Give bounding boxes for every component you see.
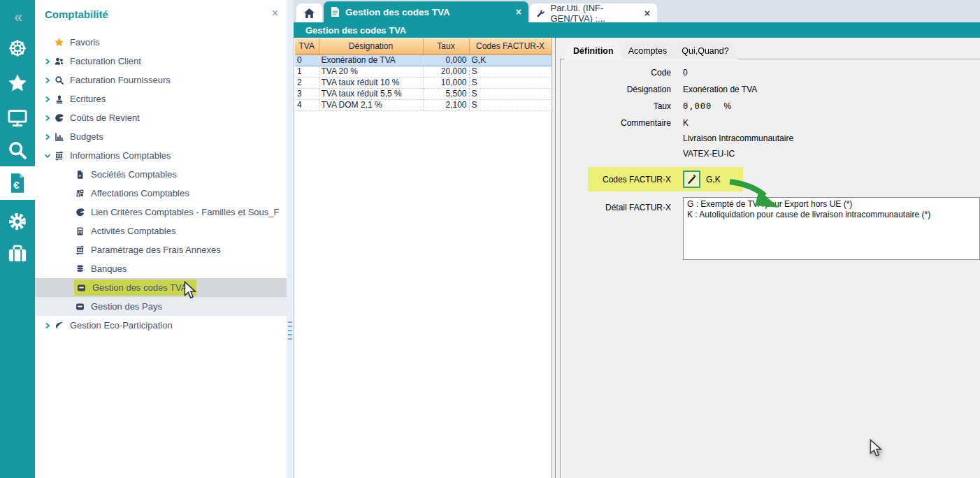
monitor-icon — [7, 108, 28, 128]
table-row[interactable]: 3 TVA taux réduit 5,5 % 5,500 S — [295, 88, 552, 99]
tab-home[interactable] — [296, 3, 322, 22]
search-icon — [53, 75, 65, 85]
taux-value-wrap: 0,000 % — [671, 100, 980, 111]
table-row[interactable]: 1 TVA 20 % 20,000 S — [295, 66, 552, 77]
sidebar-item-couts-de-revient[interactable]: Coûts de Revient — [35, 108, 287, 127]
cell-tva: 4 — [295, 99, 319, 110]
sidebar-item-banques[interactable]: Banques — [35, 259, 287, 278]
tab-par-uti[interactable]: Par.Uti. (INF-GEN/TVA) :... × — [530, 3, 657, 22]
cell-codes: S — [469, 77, 552, 88]
favorites-rail-button[interactable] — [0, 67, 35, 99]
gear-icon — [7, 211, 28, 232]
tab-close-icon[interactable]: × — [516, 6, 521, 17]
tab-label: Gestion des codes TVA — [345, 7, 450, 17]
taux-label: Taux — [561, 100, 671, 111]
leaf-icon — [53, 321, 65, 331]
cell-designation: TVA taux réduit 10 % — [319, 77, 423, 88]
collapse-panel-button[interactable]: « — [0, 1, 35, 34]
definition-form: Code 0 Désignation Exonération de TVA Ta… — [561, 66, 980, 260]
search-rail-button[interactable] — [0, 134, 35, 166]
chevron-right-icon[interactable] — [42, 133, 53, 140]
search-icon — [7, 140, 28, 161]
calculator-icon — [74, 226, 86, 236]
chevron-right-icon[interactable] — [42, 77, 53, 84]
sidebar-item-lien-criteres-comptables[interactable]: Lien Critères Comptables - Familles et S… — [35, 203, 287, 222]
bar-chart-icon — [53, 132, 65, 142]
cell-designation: Exonération de TVA — [319, 55, 423, 66]
tva-list-region: TVA Désignation Taux Codes FACTUR-X 0 Ex… — [294, 38, 552, 478]
code-label: Code — [561, 66, 671, 78]
field-designation: Désignation Exonération de TVA — [561, 83, 980, 100]
star-icon — [7, 73, 28, 94]
accounting-rail-button[interactable]: € — [0, 166, 35, 200]
chevron-right-icon[interactable] — [42, 322, 53, 329]
sidebar-item-favoris[interactable]: Favoris — [35, 33, 287, 52]
sidebar-item-ecritures[interactable]: Ecritures — [35, 89, 287, 108]
tab-gestion-codes-tva[interactable]: Gestion des codes TVA × — [324, 1, 528, 22]
sidebar-item-activites-comptables[interactable]: Activités Comptables — [35, 222, 287, 240]
invoice-euro-icon: € — [8, 172, 27, 194]
codes-facturx-label: Codes FACTUR-X — [589, 175, 671, 184]
monitor-button[interactable] — [0, 102, 35, 134]
commentaire-label: Commentaire — [561, 117, 671, 128]
chevron-right-icon[interactable] — [42, 58, 53, 65]
tab-acomptes[interactable]: Acomptes — [619, 42, 677, 59]
codes-facturx-picker-button[interactable] — [683, 171, 700, 188]
sidebar-item-facturation-client[interactable]: Facturation Client — [35, 52, 287, 71]
chevron-right-icon[interactable] — [42, 96, 53, 103]
cell-tva: 1 — [295, 66, 319, 77]
pie-chart-icon — [74, 208, 86, 217]
table-row[interactable]: 2 TVA taux réduit 10 % 10,000 S — [295, 77, 552, 88]
taux-value: 0,000 — [683, 101, 712, 111]
column-header-codes-facturx[interactable]: Codes FACTUR-X — [469, 38, 552, 55]
sidebar-item-label: Ecritures — [70, 94, 106, 104]
content: TVA Désignation Taux Codes FACTUR-X 0 Ex… — [294, 38, 980, 478]
sidebar-item-label: Banques — [91, 263, 127, 274]
column-header-taux[interactable]: Taux — [423, 38, 469, 55]
sidebar-item-label: Paramétrage des Frais Annexes — [91, 245, 221, 255]
codes-facturx-value: G,K — [706, 175, 721, 184]
helm-button[interactable] — [0, 32, 35, 64]
sidebar-item-gestion-eco-participation[interactable]: Gestion Eco-Participation — [35, 316, 287, 335]
sidebar-item-label: Informations Comptables — [70, 150, 171, 161]
home-icon — [303, 8, 315, 19]
sidebar-item-affectations-comptables[interactable]: Affectations Comptables — [35, 184, 287, 203]
cell-tva: 2 — [295, 77, 319, 88]
tab-bar: Gestion des codes TVA × Par.Uti. (INF-GE… — [294, 0, 980, 22]
commentaire-line: Livraison Intracommunautaire — [683, 133, 980, 149]
sidebar-close-button[interactable]: × — [272, 7, 278, 20]
table-row[interactable]: 0 Exonération de TVA 0,000 G,K — [295, 55, 552, 66]
sidebar-item-facturation-fournisseurs[interactable]: Facturation Fournisseurs — [35, 71, 287, 89]
sidebar-item-gestion-des-pays[interactable]: Gestion des Pays — [35, 297, 287, 316]
page-title: Gestion des codes TVA — [294, 22, 980, 38]
helm-icon — [8, 38, 27, 58]
sidebar-item-societes-comptables[interactable]: é Sociétés Comptables — [35, 165, 287, 184]
table-header-row: TVA Désignation Taux Codes FACTUR-X — [295, 38, 552, 55]
briefcase-rail-button[interactable] — [0, 238, 35, 270]
tab-qui-quand[interactable]: Qui,Quand? — [672, 42, 737, 59]
annotation-highlight: Codes FACTUR-X G,K — [588, 167, 743, 191]
tab-definition[interactable]: Définition — [564, 42, 623, 60]
sidebar-item-label: Facturation Fournisseurs — [70, 75, 171, 85]
sidebar-item-parametrage-frais-annexes[interactable]: Paramétrage des Frais Annexes — [35, 240, 287, 259]
chevron-right-icon[interactable] — [42, 115, 53, 122]
chevron-down-icon[interactable] — [42, 152, 53, 159]
app-window: « € Comptabilité × — [0, 0, 980, 478]
column-header-tva[interactable]: TVA — [295, 38, 319, 55]
detail-facturx-box[interactable]: G : Exempté de TVA pour Export hors UE (… — [683, 197, 980, 260]
cell-codes: S — [469, 66, 552, 77]
settings-rail-button[interactable] — [0, 205, 35, 238]
wallet-icon — [75, 283, 87, 293]
cell-taux: 5,500 — [423, 88, 469, 99]
sidebar-item-gestion-codes-tva[interactable]: Gestion des codes TVA — [35, 278, 287, 297]
sidebar: Comptabilité × Favoris Facturation Clien… — [35, 0, 287, 478]
coins-icon — [74, 264, 86, 273]
panel-splitter[interactable] — [287, 0, 294, 478]
column-header-designation[interactable]: Désignation — [319, 38, 423, 55]
sidebar-item-informations-comptables[interactable]: Informations Comptables — [35, 146, 287, 165]
table-row[interactable]: 4 TVA DOM 2,1 % 2,100 S — [295, 99, 552, 110]
tab-close-icon[interactable]: × — [644, 8, 650, 19]
sidebar-item-budgets[interactable]: Budgets — [35, 127, 287, 146]
grid-icon — [74, 189, 86, 198]
detail-line: G : Exempté de TVA pour Export hors UE (… — [687, 199, 976, 210]
